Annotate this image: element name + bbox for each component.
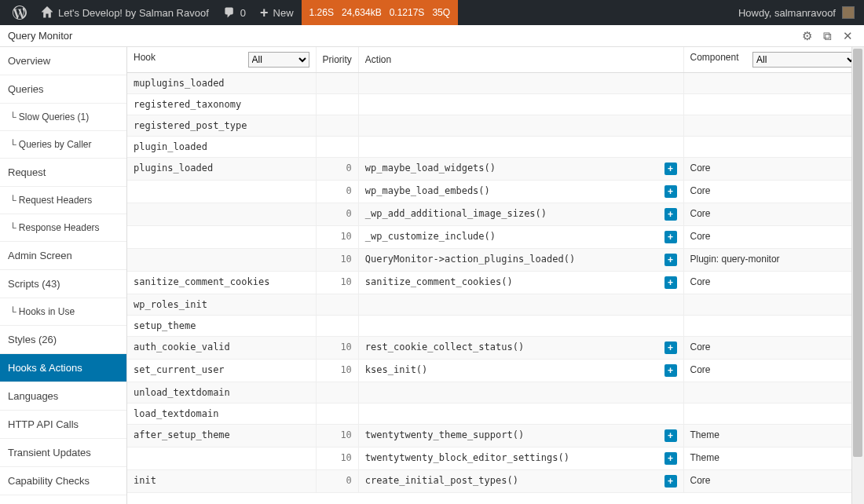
sidebar-item[interactable]: HTTP API Calls <box>0 411 126 439</box>
cell-component: Core <box>683 181 864 203</box>
expand-button[interactable]: + <box>664 341 677 354</box>
qm-queries: 35Q <box>432 7 450 18</box>
outer-scrollbar-thumb[interactable] <box>853 49 862 457</box>
sidebar-item[interactable]: └ Slow Queries (1) <box>0 104 126 131</box>
sidebar-item[interactable]: └ Request Headers <box>0 187 126 214</box>
qm-main[interactable]: Hook All Priority Action Component All m… <box>127 47 864 504</box>
hooks-table: Hook All Priority Action Component All m… <box>127 47 864 493</box>
cell-hook: plugin_loaded <box>127 137 316 158</box>
close-icon[interactable]: ✕ <box>840 27 856 45</box>
cell-action: _wp_add_additional_image_sizes()+ <box>358 203 683 226</box>
howdy-text[interactable]: Howdy, salmanravoof <box>738 7 836 19</box>
popout-icon[interactable]: ⧉ <box>820 27 835 45</box>
site-title: Let's Develop! by Salman Ravoof <box>58 7 209 19</box>
component-filter[interactable]: All <box>752 52 858 68</box>
cell-priority: 0 <box>316 181 358 203</box>
plus-icon: + <box>260 5 269 21</box>
admin-bar-right: Howdy, salmanravoof <box>738 6 858 19</box>
sidebar-item[interactable]: Overview <box>0 47 126 75</box>
cell-hook <box>127 249 316 272</box>
cell-action: QueryMonitor->action_plugins_loaded()+ <box>358 249 683 272</box>
cell-component <box>683 115 864 137</box>
sidebar-item[interactable]: Styles (26) <box>0 326 126 354</box>
col-priority: Priority <box>316 47 358 73</box>
cell-hook: registered_taxonomy <box>127 94 316 115</box>
sidebar-item[interactable]: Transient Updates <box>0 439 126 467</box>
cell-action <box>358 382 683 404</box>
comments-link[interactable]: 0 <box>217 0 252 25</box>
hook-filter[interactable]: All <box>248 52 309 68</box>
qm-panel-header: Query Monitor ⚙ ⧉ ✕ <box>0 25 864 47</box>
cell-hook: muplugins_loaded <box>127 73 316 94</box>
wp-logo[interactable] <box>6 0 33 25</box>
cell-component <box>683 404 864 425</box>
sidebar-item[interactable]: └ Response Headers <box>0 214 126 242</box>
cell-priority: 0 <box>316 158 358 181</box>
table-row: wp_roles_init <box>127 294 864 316</box>
outer-scrollbar-track[interactable] <box>851 47 864 504</box>
cell-hook <box>127 447 316 470</box>
expand-button[interactable]: + <box>664 452 677 465</box>
cell-action: sanitize_comment_cookies()+ <box>358 272 683 294</box>
cell-hook: auth_cookie_valid <box>127 337 316 360</box>
cell-component: Theme <box>683 425 864 447</box>
col-action: Action <box>358 47 683 73</box>
cell-hook: plugins_loaded <box>127 158 316 181</box>
expand-button[interactable]: + <box>664 231 677 243</box>
sidebar-item[interactable]: └ Hooks in Use <box>0 298 126 326</box>
cell-priority: 0 <box>316 470 358 493</box>
table-row: muplugins_loaded <box>127 73 864 94</box>
gear-icon[interactable]: ⚙ <box>799 27 815 45</box>
table-row: sanitize_comment_cookies10sanitize_comme… <box>127 272 864 294</box>
expand-button[interactable]: + <box>664 185 677 198</box>
sidebar-item[interactable]: Capability Checks <box>0 467 126 495</box>
sidebar-item[interactable]: Environment <box>0 495 126 504</box>
cell-action <box>358 115 683 137</box>
avatar[interactable] <box>842 6 855 19</box>
cell-action: wp_maybe_load_embeds()+ <box>358 181 683 203</box>
expand-button[interactable]: + <box>664 208 677 221</box>
col-component-label: Component <box>690 52 739 63</box>
new-link[interactable]: + New <box>254 0 300 25</box>
site-link[interactable]: Let's Develop! by Salman Ravoof <box>35 0 215 25</box>
sidebar-item[interactable]: Scripts (43) <box>0 270 126 298</box>
cell-action: wp_maybe_load_widgets()+ <box>358 158 683 181</box>
sidebar-item[interactable]: Admin Screen <box>0 242 126 270</box>
table-row: plugins_loaded0wp_maybe_load_widgets()+C… <box>127 158 864 181</box>
cell-priority: 10 <box>316 337 358 360</box>
cell-hook <box>127 203 316 226</box>
expand-button[interactable]: + <box>664 429 677 442</box>
cell-hook: init <box>127 470 316 493</box>
qm-dbtime: 0.1217S <box>390 7 425 18</box>
cell-action <box>358 94 683 115</box>
expand-button[interactable]: + <box>664 276 677 289</box>
expand-button[interactable]: + <box>664 163 677 175</box>
cell-action: twentytwenty_block_editor_settings()+ <box>358 447 683 470</box>
cell-action <box>358 73 683 94</box>
sidebar-item[interactable]: Languages <box>0 382 126 411</box>
sidebar-item[interactable]: Hooks & Actions <box>0 354 126 382</box>
cell-hook: registered_post_type <box>127 115 316 137</box>
table-row: auth_cookie_valid10rest_cookie_collect_s… <box>127 337 864 360</box>
table-row: load_textdomain <box>127 404 864 425</box>
cell-action <box>358 404 683 425</box>
cell-priority <box>316 294 358 316</box>
cell-action: rest_cookie_collect_status()+ <box>358 337 683 360</box>
cell-priority <box>316 404 358 425</box>
cell-priority: 10 <box>316 272 358 294</box>
expand-button[interactable]: + <box>664 254 677 266</box>
qm-stats[interactable]: 1.26S 24,634kB 0.1217S 35Q <box>302 0 458 25</box>
cell-priority <box>316 137 358 158</box>
cell-component: Plugin: query-monitor <box>683 249 864 272</box>
expand-button[interactable]: + <box>664 475 677 488</box>
cell-component <box>683 94 864 115</box>
sidebar-item[interactable]: Request <box>0 159 126 187</box>
cell-priority: 10 <box>316 249 358 272</box>
cell-component <box>683 294 864 316</box>
cell-priority: 0 <box>316 203 358 226</box>
cell-component: Core <box>683 203 864 226</box>
sidebar-item[interactable]: Queries <box>0 75 126 104</box>
expand-button[interactable]: + <box>664 364 677 377</box>
home-icon <box>41 6 53 19</box>
sidebar-item[interactable]: └ Queries by Caller <box>0 131 126 159</box>
